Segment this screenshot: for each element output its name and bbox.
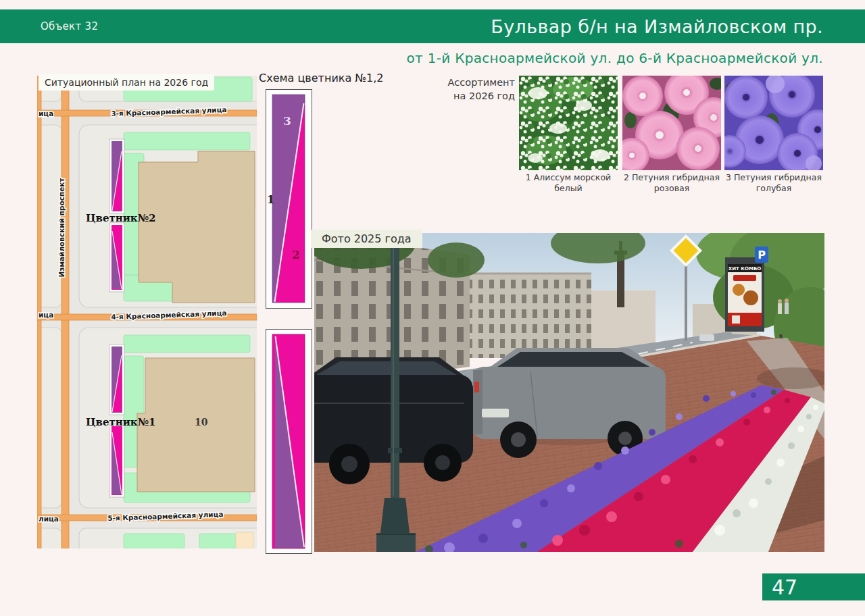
scheme-zone-2-label: 2: [292, 248, 300, 261]
caption-2-line1: 2 Петуния гибридная: [622, 172, 721, 183]
flowerbed-2-label: Цветник№2: [86, 212, 155, 224]
page-number: 47: [762, 573, 865, 600]
page-title: Бульвар б/н на Измайловском пр.: [491, 16, 823, 37]
scheme-box-2-drawing: [266, 330, 312, 553]
slide-page: Объект 32 Бульвар б/н на Измайловском пр…: [0, 0, 865, 616]
scheme-title: Схема цветника №1,2: [259, 72, 383, 84]
caption-3-line2: голубая: [724, 183, 823, 194]
parking-sign-letter: P: [758, 249, 766, 261]
assortment-caption-3: 3 Петуния гибридная голубая: [724, 172, 823, 195]
assortment-label-line1: Ассортимент: [426, 76, 515, 89]
assortment-caption-2: 2 Петуния гибридная розовая: [622, 172, 721, 195]
object-label: Объект 32: [41, 20, 98, 32]
street-label-partial-3: лица: [39, 515, 59, 523]
caption-1-line2: белый: [519, 183, 618, 194]
page-subtitle: от 1-й Красноармейской ул. до 6-й Красно…: [407, 50, 823, 66]
scheme-box-2: [266, 329, 312, 554]
assortment-photo-alyssum: [519, 76, 618, 170]
caption-2-line2: розовая: [622, 183, 721, 194]
map-canvas: 3-я Красноармейская улица 4-я Красноарме…: [37, 76, 257, 548]
assortment-caption-1: 1 Алиссум морской белый: [519, 172, 618, 195]
scheme-zone-1-label: 1: [267, 193, 274, 206]
billboard: ХИТ КОМБО: [725, 257, 764, 332]
scheme-box-1-drawing: 3 1 2: [266, 90, 312, 308]
scheme-zone-3-label: 3: [283, 114, 291, 128]
billboard-title: ХИТ КОМБО: [728, 266, 761, 272]
street-label-prospect: Измайловский проспект: [57, 178, 66, 278]
header-bar: Объект 32 Бульвар б/н на Измайловском пр…: [0, 9, 865, 43]
street-label-partial-2: ица: [39, 311, 53, 319]
photo-label: Фото 2025 года: [311, 230, 422, 248]
street-label-partial-1: ица: [39, 109, 53, 118]
map-label: Ситуационный план на 2026 год: [39, 74, 214, 91]
assortment-photo-petunia-pink: [622, 76, 721, 170]
flowerbed-1-label: Цветник№1: [86, 416, 155, 428]
parking-sign: P: [755, 247, 768, 263]
assortment-label-line2: на 2026 год: [426, 89, 515, 103]
caption-3-line1: 3 Петуния гибридная: [724, 172, 823, 183]
street-photo: ХИТ КОМБО P: [314, 233, 824, 552]
building-number: 10: [195, 417, 208, 428]
situational-map: 3-я Красноармейская улица 4-я Красноарме…: [37, 76, 257, 548]
caption-1-line1: 1 Алиссум морской: [519, 172, 618, 183]
assortment-label: Ассортимент на 2026 год: [426, 76, 515, 103]
assortment-photo-petunia-blue: [724, 76, 823, 170]
scheme-box-1: 3 1 2: [266, 89, 312, 309]
